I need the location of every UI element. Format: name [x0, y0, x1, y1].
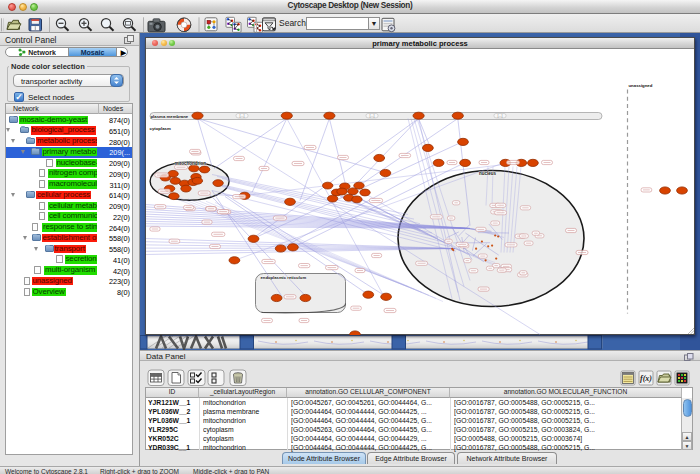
svg-text:cytoplasm: cytoplasm: [150, 126, 171, 131]
svg-text:[...]: [...]: [498, 114, 503, 118]
svg-text:f(x): f(x): [640, 374, 652, 383]
svg-text:nucleus: nucleus: [479, 170, 497, 175]
svg-text:endoplasmic reticulum: endoplasmic reticulum: [261, 275, 307, 280]
svg-text:mitochondrion: mitochondrion: [175, 161, 207, 166]
svg-text:plasma membrane: plasma membrane: [151, 113, 189, 118]
svg-text:[...]: [...]: [240, 114, 245, 118]
svg-text:unassigned: unassigned: [629, 82, 653, 87]
svg-text:[...]: [...]: [370, 114, 375, 118]
